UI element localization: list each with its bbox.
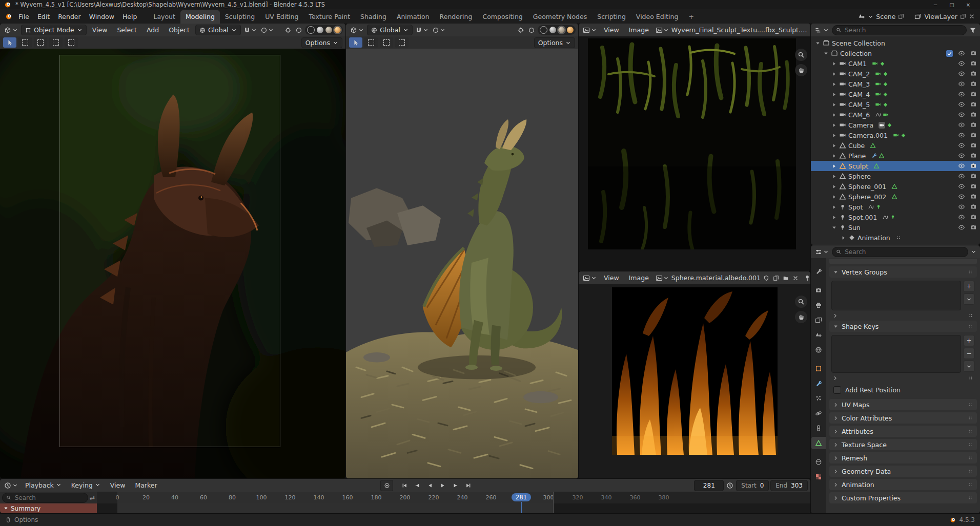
unlink-image-button[interactable] bbox=[791, 274, 800, 282]
color-attributes-header[interactable]: Color Attributes bbox=[829, 412, 977, 424]
tab-material[interactable] bbox=[811, 456, 826, 468]
select-box-new-button[interactable] bbox=[364, 37, 378, 48]
vertex-group-specials-button[interactable] bbox=[963, 293, 975, 305]
editor-type-button[interactable] bbox=[581, 26, 598, 35]
tweak-tool-button[interactable] bbox=[349, 37, 362, 48]
resize-grip-icon[interactable] bbox=[968, 375, 974, 381]
image-editor-top-canvas[interactable] bbox=[579, 36, 810, 271]
shape-keys-list[interactable] bbox=[831, 335, 961, 373]
geometry-data-header[interactable]: Geometry Data bbox=[829, 466, 977, 477]
new-viewlayer-icon[interactable] bbox=[960, 13, 966, 19]
hide-viewport-icon[interactable] bbox=[958, 80, 965, 88]
wireframe-shading-button[interactable] bbox=[307, 26, 315, 34]
tab-constraints[interactable] bbox=[811, 422, 826, 434]
select-box-extend-button[interactable] bbox=[34, 37, 47, 48]
grip-icon[interactable] bbox=[967, 441, 973, 448]
select-box-subtract-button[interactable] bbox=[395, 37, 409, 48]
menu-playback[interactable]: Playback bbox=[21, 480, 66, 491]
summary-channel[interactable]: Summary bbox=[0, 503, 97, 513]
tab-view-layer[interactable] bbox=[811, 314, 826, 326]
play-button[interactable] bbox=[437, 480, 448, 491]
disclosure-icon[interactable] bbox=[831, 153, 837, 159]
options-dropdown[interactable]: Options bbox=[534, 37, 575, 48]
remove-shape-key-button[interactable]: − bbox=[963, 348, 975, 359]
filter-toggle-icon[interactable] bbox=[832, 375, 838, 381]
outliner-search-input[interactable] bbox=[844, 26, 963, 34]
disable-render-icon[interactable] bbox=[970, 142, 977, 149]
zoom-gizmo[interactable] bbox=[795, 296, 807, 308]
disable-render-icon[interactable] bbox=[970, 224, 977, 231]
browse-image-button[interactable] bbox=[655, 26, 670, 35]
next-keyframe-button[interactable] bbox=[450, 480, 461, 491]
hide-viewport-icon[interactable] bbox=[958, 132, 965, 139]
gizmos-toggle[interactable] bbox=[516, 26, 525, 35]
menu-help[interactable]: Help bbox=[118, 11, 141, 22]
viewlayer-name[interactable]: ViewLayer bbox=[924, 13, 957, 20]
vertex-groups-list[interactable] bbox=[831, 281, 961, 310]
disclosure-icon[interactable] bbox=[831, 71, 837, 77]
workspace-tab-scripting[interactable]: Scripting bbox=[592, 10, 631, 24]
close-button[interactable]: × bbox=[961, 2, 976, 8]
viewport-secondary-canvas[interactable] bbox=[346, 49, 578, 478]
outliner-row-scene-collection[interactable]: Scene Collection bbox=[811, 38, 980, 48]
outliner-row-plane[interactable]: Plane bbox=[811, 151, 980, 161]
outliner-row-camera-001[interactable]: Camera.001 bbox=[811, 130, 980, 140]
outliner-row-cam3[interactable]: CAM_3 bbox=[811, 79, 980, 89]
shape-key-specials-button[interactable] bbox=[963, 361, 975, 372]
tab-object[interactable] bbox=[811, 363, 826, 375]
hide-viewport-icon[interactable] bbox=[958, 224, 965, 231]
disable-render-icon[interactable] bbox=[970, 214, 977, 221]
outliner-row-spot[interactable]: Spot bbox=[811, 202, 980, 212]
invert-filter-icon[interactable]: ⇄ bbox=[90, 494, 95, 501]
previous-keyframe-button[interactable] bbox=[411, 480, 423, 491]
remove-viewlayer-icon[interactable] bbox=[969, 13, 975, 19]
outliner-row-sphere[interactable]: Sphere bbox=[811, 171, 980, 181]
hide-viewport-icon[interactable] bbox=[958, 214, 965, 221]
grip-icon[interactable] bbox=[967, 428, 973, 434]
gizmos-toggle[interactable] bbox=[283, 26, 293, 35]
select-box-new-button[interactable] bbox=[18, 37, 32, 48]
workspace-tab-shading[interactable]: Shading bbox=[355, 10, 392, 24]
new-image-button[interactable] bbox=[772, 274, 780, 282]
image-datablock-name[interactable]: Sphere.material.albedo.001 bbox=[671, 274, 761, 282]
disable-render-icon[interactable] bbox=[970, 80, 977, 88]
material-shading-button[interactable] bbox=[325, 27, 332, 33]
vertex-groups-header[interactable]: Vertex Groups bbox=[829, 266, 977, 278]
channel-search[interactable] bbox=[2, 493, 88, 503]
outliner-row-cam5[interactable]: CAM_5 bbox=[811, 99, 980, 110]
disable-render-icon[interactable] bbox=[970, 101, 977, 108]
outliner-row-cam4[interactable]: CAM_4 bbox=[811, 89, 980, 99]
menu-select[interactable]: Select bbox=[113, 25, 141, 35]
hide-viewport-icon[interactable] bbox=[958, 111, 965, 118]
select-box-subtract-button[interactable] bbox=[49, 37, 63, 48]
outliner-row-sphere-001[interactable]: Sphere_001 bbox=[811, 181, 980, 192]
disclosure-icon[interactable] bbox=[815, 40, 821, 46]
disclosure-icon[interactable] bbox=[831, 92, 837, 97]
menu-image[interactable]: Image bbox=[625, 25, 653, 35]
rendered-shading-button[interactable] bbox=[567, 27, 574, 33]
uv-maps-header[interactable]: UV Maps bbox=[829, 399, 977, 410]
pan-gizmo[interactable] bbox=[795, 64, 807, 76]
material-shading-button[interactable] bbox=[558, 27, 565, 33]
tab-world[interactable] bbox=[811, 344, 826, 356]
menu-view[interactable]: View bbox=[88, 25, 112, 35]
editor-type-button[interactable] bbox=[813, 247, 830, 257]
outliner-row-cam6[interactable]: CAM_6 bbox=[811, 110, 980, 120]
editor-type-button[interactable] bbox=[349, 26, 365, 35]
disclosure-icon[interactable] bbox=[831, 225, 837, 230]
playhead-line[interactable] bbox=[521, 502, 522, 513]
menu-marker[interactable]: Marker bbox=[131, 480, 161, 491]
tab-modifiers[interactable] bbox=[811, 377, 826, 390]
workspace-tab-rendering[interactable]: Rendering bbox=[435, 10, 478, 24]
filter-toggle-icon[interactable] bbox=[832, 313, 838, 319]
use-preview-range-button[interactable] bbox=[725, 481, 734, 490]
proportional-edit-button[interactable] bbox=[259, 26, 275, 35]
outliner-row-animation[interactable]: Animation bbox=[811, 233, 980, 243]
disclosure-icon[interactable] bbox=[831, 122, 837, 128]
current-frame-badge[interactable]: 281 bbox=[512, 493, 531, 501]
workspace-tab-modeling[interactable]: Modeling bbox=[180, 10, 220, 24]
menu-window[interactable]: Window bbox=[85, 11, 118, 22]
workspace-tab-sculpting[interactable]: Sculpting bbox=[220, 10, 260, 24]
add-workspace-button[interactable]: + bbox=[683, 10, 699, 24]
disable-render-icon[interactable] bbox=[970, 111, 977, 118]
